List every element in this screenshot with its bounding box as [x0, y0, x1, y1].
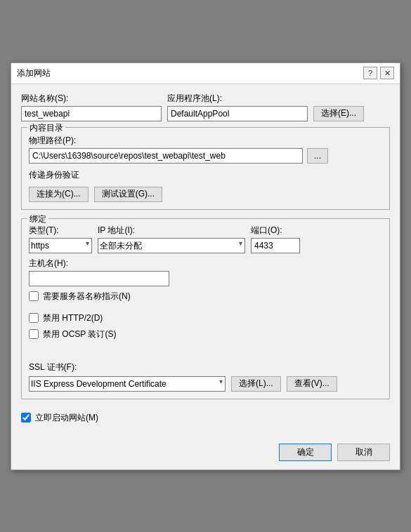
ssl-cert-select[interactable]: IIS Express Development Certificate	[29, 376, 226, 392]
start-website-checkbox[interactable]	[21, 413, 31, 423]
type-select[interactable]: https http	[29, 238, 92, 253]
binding-section: 绑定 类型(T): https http IP 地址(I): 全	[21, 218, 390, 399]
app-pool-label: 应用程序池(L):	[167, 93, 308, 105]
start-website-row: 立即启动网站(M)	[21, 412, 390, 424]
footer-row: 确定 取消	[21, 438, 390, 461]
pass-auth-label: 传递身份验证	[29, 169, 382, 181]
type-select-wrapper: https http	[29, 238, 92, 253]
site-name-label: 网站名称(S):	[21, 93, 162, 105]
pass-auth-buttons: 连接为(C)... 测试设置(G)...	[29, 187, 382, 202]
disable-ocsp-checkbox[interactable]	[29, 329, 39, 339]
require-sni-row: 需要服务器名称指示(N)	[29, 291, 382, 302]
port-label: 端口(O):	[251, 225, 300, 237]
select-app-pool-button[interactable]: 选择(E)...	[313, 106, 364, 121]
disable-http2-checkbox[interactable]	[29, 313, 39, 323]
hostname-label: 主机名(H):	[29, 258, 382, 270]
disable-ocsp-label[interactable]: 禁用 OCSP 装订(S)	[43, 328, 116, 340]
physical-path-group: 物理路径(P): ...	[29, 135, 382, 164]
help-button[interactable]: ?	[363, 67, 377, 79]
start-website-label[interactable]: 立即启动网站(M)	[35, 412, 98, 424]
type-group: 类型(T): https http	[29, 225, 92, 253]
require-sni-checkbox[interactable]	[29, 291, 39, 301]
ssl-view-button[interactable]: 查看(V)...	[287, 376, 337, 392]
hostname-input[interactable]	[29, 271, 169, 286]
type-label: 类型(T):	[29, 225, 92, 237]
content-dir-section: 内容目录 物理路径(P): ... 传递身份验证 连接为(C)... 测试设置(…	[21, 127, 390, 210]
dialog-content: 网站名称(S): 应用程序池(L): 选择(E)... 内容目录 物理路径(P)…	[11, 84, 400, 470]
path-row: ...	[29, 148, 382, 164]
title-bar-controls: ? ✕	[363, 67, 394, 79]
close-button[interactable]: ✕	[380, 67, 394, 79]
physical-path-label: 物理路径(P):	[29, 135, 382, 147]
hostname-row: 主机名(H):	[29, 258, 382, 286]
add-website-dialog: 添加网站 ? ✕ 网站名称(S): 应用程序池(L): 选择(E)... 内容目…	[11, 62, 400, 470]
require-sni-label[interactable]: 需要服务器名称指示(N)	[43, 291, 131, 302]
ssl-select-wrapper: IIS Express Development Certificate	[29, 376, 226, 392]
physical-path-input[interactable]	[29, 148, 303, 164]
connect-as-button[interactable]: 连接为(C)...	[29, 187, 89, 202]
ssl-select-button[interactable]: 选择(L)...	[231, 376, 281, 392]
browse-button[interactable]: ...	[307, 148, 328, 164]
binding-title: 绑定	[27, 213, 48, 225]
ip-select-wrapper: 全部未分配	[98, 238, 245, 253]
pass-auth-group: 传递身份验证 连接为(C)... 测试设置(G)...	[29, 169, 382, 202]
disable-http2-label[interactable]: 禁用 HTTP/2(D)	[43, 312, 103, 324]
ok-button[interactable]: 确定	[279, 444, 332, 461]
ssl-section: SSL 证书(F): IIS Express Development Certi…	[29, 361, 382, 392]
test-settings-button[interactable]: 测试设置(G)...	[94, 187, 162, 202]
ssl-cert-label: SSL 证书(F):	[29, 362, 77, 372]
port-input[interactable]	[251, 238, 300, 253]
site-name-input[interactable]	[21, 106, 162, 121]
dialog-title: 添加网站	[17, 67, 51, 79]
ssl-row: IIS Express Development Certificate 选择(L…	[29, 376, 382, 392]
disable-http2-row: 禁用 HTTP/2(D)	[29, 312, 382, 324]
ip-group: IP 地址(I): 全部未分配	[98, 225, 245, 253]
content-dir-title: 内容目录	[27, 122, 65, 134]
port-group: 端口(O):	[251, 225, 300, 253]
cancel-button[interactable]: 取消	[337, 444, 390, 461]
app-pool-input[interactable]	[167, 106, 308, 121]
site-name-apppool-row: 网站名称(S): 应用程序池(L): 选择(E)...	[21, 93, 390, 121]
binding-main-row: 类型(T): https http IP 地址(I): 全部未分配	[29, 225, 382, 253]
disable-ocsp-row: 禁用 OCSP 装订(S)	[29, 328, 382, 340]
app-pool-group: 应用程序池(L):	[167, 93, 308, 121]
title-bar: 添加网站 ? ✕	[11, 63, 400, 84]
ip-label: IP 地址(I):	[98, 225, 245, 237]
ip-select[interactable]: 全部未分配	[98, 238, 245, 253]
site-name-group: 网站名称(S):	[21, 93, 162, 121]
